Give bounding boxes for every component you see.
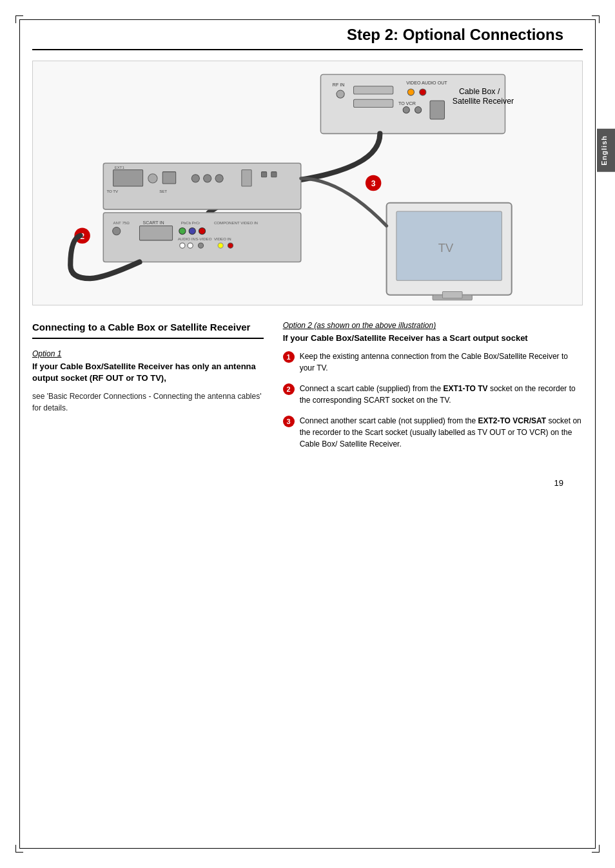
svg-point-23 <box>215 175 223 182</box>
svg-point-40 <box>180 243 185 248</box>
svg-text:TV: TV <box>438 241 454 255</box>
svg-rect-31 <box>139 226 172 240</box>
svg-point-33 <box>113 227 121 235</box>
svg-point-46 <box>228 243 233 248</box>
svg-rect-26 <box>242 170 251 187</box>
item-text-3: Connect another scart cable (not supplie… <box>300 415 583 450</box>
svg-point-36 <box>189 227 195 234</box>
item-text-2: Connect a scart cable (supplied) from th… <box>300 383 583 406</box>
svg-point-22 <box>204 175 211 182</box>
svg-point-41 <box>188 243 193 248</box>
page-border-top <box>19 19 596 20</box>
list-item: 1 Keep the existing antenna connection f… <box>283 351 583 374</box>
svg-point-35 <box>179 227 186 234</box>
right-column: Option 2 (as shown on the above illustra… <box>283 321 583 459</box>
svg-point-9 <box>403 106 409 113</box>
svg-text:VIDEO  AUDIO OUT: VIDEO AUDIO OUT <box>406 81 447 86</box>
svg-text:EXT1: EXT1 <box>115 165 125 169</box>
svg-rect-28 <box>271 172 277 177</box>
svg-point-43 <box>198 243 203 248</box>
page-border-bottom <box>19 848 596 849</box>
list-item: 3 Connect another scart cable (not suppl… <box>283 415 583 450</box>
option1-subheading: If your Cable Box/Satellite Receiver has… <box>32 361 264 384</box>
svg-point-37 <box>199 227 205 234</box>
left-column: Connecting to a Cable Box or Satellite R… <box>32 321 264 459</box>
svg-text:3: 3 <box>371 179 376 188</box>
page-border-right <box>595 19 596 849</box>
list-item: 2 Connect a scart cable (supplied) from … <box>283 383 583 406</box>
svg-point-19 <box>148 174 157 183</box>
svg-text:SCART IN: SCART IN <box>143 220 164 226</box>
svg-point-6 <box>420 89 426 95</box>
svg-rect-27 <box>261 172 266 177</box>
svg-point-45 <box>218 243 223 248</box>
text-content: Connecting to a Cable Box or Satellite R… <box>32 321 583 459</box>
option2-label: Option 2 (as shown on the above illustra… <box>283 321 583 330</box>
svg-text:AUDIO IN: AUDIO IN <box>178 236 195 241</box>
option1-label: Option 1 <box>32 349 264 358</box>
item-number-1: 1 <box>283 351 295 363</box>
svg-text:Cable Box /: Cable Box / <box>459 87 500 96</box>
svg-rect-53 <box>442 292 462 298</box>
svg-point-21 <box>191 175 199 182</box>
item-text-1: Keep the existing antenna connection fro… <box>300 351 583 374</box>
svg-rect-17 <box>113 170 143 187</box>
svg-text:TO VCR: TO VCR <box>398 101 416 106</box>
page-border-left <box>19 19 20 849</box>
item-number-3: 3 <box>283 416 295 427</box>
option2-subheading: If your Cable Box/Satellite Receiver has… <box>283 333 583 344</box>
item-number-2: 2 <box>283 383 295 395</box>
svg-text:Satellite Receiver: Satellite Receiver <box>453 97 514 106</box>
svg-point-10 <box>415 106 422 113</box>
main-content: Step 2: Optional Connections RF IN VIDEO… <box>32 26 583 488</box>
svg-point-5 <box>407 89 414 95</box>
page-number: 19 <box>32 478 583 488</box>
section-heading: Connecting to a Cable Box or Satellite R… <box>32 321 264 339</box>
svg-rect-3 <box>354 86 393 94</box>
svg-text:TO TV: TO TV <box>106 189 119 193</box>
svg-rect-20 <box>162 172 175 184</box>
svg-text:SET: SET <box>159 189 167 193</box>
svg-text:ANT 75Ω: ANT 75Ω <box>113 220 130 225</box>
svg-text:COMPONENT VIDEO IN: COMPONENT VIDEO IN <box>214 220 258 225</box>
svg-point-2 <box>337 90 344 98</box>
svg-rect-7 <box>354 99 393 107</box>
svg-text:VIDEO IN: VIDEO IN <box>214 236 231 241</box>
english-tab: English <box>597 129 615 172</box>
svg-text:S-VIDEO: S-VIDEO <box>195 236 211 241</box>
corner-mark-br <box>592 845 600 853</box>
svg-text:RF IN: RF IN <box>333 82 345 88</box>
page-title: Step 2: Optional Connections <box>32 26 583 50</box>
diagram-area: RF IN VIDEO AUDIO OUT TO VCR Cable Box /… <box>32 61 583 305</box>
option1-body: see 'Basic Recorder Connections - Connec… <box>32 391 264 414</box>
svg-rect-11 <box>430 101 444 119</box>
svg-text:PbCb PrCr: PbCb PrCr <box>181 220 200 225</box>
